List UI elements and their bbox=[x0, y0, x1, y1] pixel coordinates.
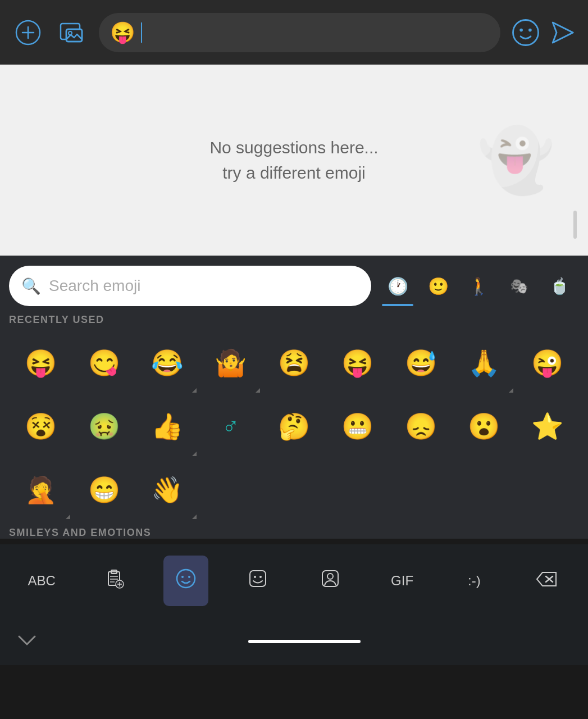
gif-label: GIF bbox=[391, 573, 413, 589]
emoji-keyboard-icon bbox=[175, 568, 197, 594]
sticker-icon bbox=[248, 568, 268, 593]
emoji-cell[interactable]: 😫 bbox=[262, 331, 326, 395]
backspace-key[interactable] bbox=[524, 556, 569, 606]
svg-rect-4 bbox=[66, 29, 82, 42]
ghost-icon: 👻 bbox=[477, 124, 554, 197]
emoji-cell[interactable]: 😝 bbox=[9, 331, 72, 395]
emoji-grid-recent: 😝 😋 😂 🤷 😫 😝 😅 🙏 😜 😵 🤢 👍 ♂ 🤔 😬 😞 😮 ⭐ bbox=[9, 331, 579, 521]
emoji-cell[interactable]: 🤷 bbox=[199, 331, 262, 395]
bottom-keyboard-bar: ABC bbox=[0, 544, 588, 617]
emoji-cell[interactable]: 😜 bbox=[516, 331, 579, 395]
svg-point-7 bbox=[513, 20, 539, 45]
abc-label: ABC bbox=[28, 573, 56, 589]
emoji-cell-empty bbox=[516, 458, 579, 522]
food-icon: 🍵 bbox=[550, 277, 569, 295]
emoji-cell-empty bbox=[452, 458, 516, 522]
emoji-cell[interactable]: 😮 bbox=[452, 395, 516, 458]
svg-point-24 bbox=[259, 576, 262, 578]
emoji-key[interactable] bbox=[163, 556, 208, 606]
emoji-cell[interactable]: 👋 bbox=[136, 458, 199, 522]
smileys-label: SMILEYS AND EMOTIONS bbox=[9, 527, 579, 539]
no-suggestions-text: No suggestions here...try a different em… bbox=[209, 135, 378, 185]
search-box[interactable]: 🔍 Search emoji bbox=[9, 266, 371, 306]
tab-smileys[interactable]: 🙂 bbox=[418, 266, 458, 306]
emoji-cell[interactable]: 😂 bbox=[136, 331, 199, 395]
emoji-keyboard: 🔍 Search emoji 🕐 🙂 🚶 🎭 🍵 RECENTLY USED bbox=[0, 256, 588, 539]
svg-point-9 bbox=[528, 28, 532, 31]
svg-point-19 bbox=[177, 570, 195, 588]
emoji-cell-empty bbox=[262, 458, 326, 522]
suggestions-area: No suggestions here...try a different em… bbox=[0, 65, 588, 256]
svg-marker-10 bbox=[553, 22, 573, 43]
add-attachment-button[interactable] bbox=[11, 16, 45, 49]
top-toolbar: 😝 bbox=[0, 0, 588, 65]
emoji-cell[interactable]: ♂ bbox=[199, 395, 262, 458]
emoji-cell-empty bbox=[326, 458, 389, 522]
clipboard-key[interactable] bbox=[92, 556, 136, 606]
tab-food[interactable]: 🍵 bbox=[540, 266, 579, 306]
search-icon: 🔍 bbox=[21, 277, 41, 295]
text-cursor bbox=[141, 22, 142, 43]
emoji-cell[interactable]: 😬 bbox=[326, 395, 389, 458]
emoji-cell[interactable]: 👍 bbox=[136, 395, 199, 458]
bitmoji-key[interactable] bbox=[308, 556, 353, 606]
home-indicator bbox=[248, 640, 361, 643]
text-input-bar[interactable]: 😝 bbox=[99, 13, 500, 52]
person-walking-icon: 🚶 bbox=[468, 276, 489, 296]
emoji-cell[interactable]: 😅 bbox=[389, 331, 453, 395]
bitmoji-icon bbox=[320, 568, 340, 593]
search-placeholder: Search emoji bbox=[49, 277, 140, 295]
toolbar-right-icons bbox=[510, 17, 577, 48]
emoji-cell[interactable]: 😋 bbox=[72, 331, 136, 395]
ascii-label: :-) bbox=[468, 573, 481, 589]
svg-point-8 bbox=[519, 28, 523, 31]
activity-icon: 🎭 bbox=[510, 277, 528, 295]
emoji-cell[interactable]: 😵 bbox=[9, 395, 72, 458]
emoji-cell[interactable]: 😁 bbox=[72, 458, 136, 522]
emoji-cell-empty bbox=[389, 458, 453, 522]
tab-recent[interactable]: 🕐 bbox=[378, 266, 417, 306]
ascii-key[interactable]: :-) bbox=[452, 556, 496, 606]
svg-point-23 bbox=[254, 576, 256, 578]
emoji-cell[interactable]: 😞 bbox=[389, 395, 453, 458]
emoji-cell[interactable]: 😝 bbox=[326, 331, 389, 395]
chevron-down-button[interactable] bbox=[17, 632, 37, 650]
backspace-icon bbox=[536, 571, 557, 591]
svg-point-21 bbox=[188, 576, 190, 578]
emoji-cell[interactable]: 🙏 bbox=[452, 331, 516, 395]
bottom-chevron-area bbox=[0, 617, 588, 665]
clipboard-icon bbox=[104, 568, 124, 593]
emoji-picker-button[interactable] bbox=[510, 17, 541, 48]
smiley-face-icon: 🙂 bbox=[428, 276, 449, 296]
emoji-cell[interactable]: 🤦 bbox=[9, 458, 72, 522]
tab-people[interactable]: 🚶 bbox=[459, 266, 498, 306]
abc-key[interactable]: ABC bbox=[19, 556, 64, 606]
gif-key[interactable]: GIF bbox=[380, 556, 425, 606]
send-button[interactable] bbox=[546, 17, 577, 48]
category-tabs: 🕐 🙂 🚶 🎭 🍵 bbox=[378, 266, 579, 306]
search-row: 🔍 Search emoji 🕐 🙂 🚶 🎭 🍵 bbox=[9, 266, 579, 306]
emoji-cell[interactable]: ⭐ bbox=[516, 395, 579, 458]
svg-rect-22 bbox=[250, 571, 266, 586]
input-emoji: 😝 bbox=[110, 22, 135, 43]
scroll-indicator bbox=[573, 211, 577, 239]
emoji-cell[interactable]: 🤢 bbox=[72, 395, 136, 458]
sticker-key[interactable] bbox=[235, 556, 280, 606]
emoji-cell-empty bbox=[199, 458, 262, 522]
emoji-cell[interactable]: 🤔 bbox=[262, 395, 326, 458]
recently-used-label: RECENTLY USED bbox=[9, 314, 579, 326]
tab-activities[interactable]: 🎭 bbox=[499, 266, 539, 306]
gallery-button[interactable] bbox=[55, 16, 89, 49]
svg-point-20 bbox=[181, 576, 184, 578]
recent-clock-icon: 🕐 bbox=[388, 276, 408, 296]
svg-point-26 bbox=[327, 574, 333, 579]
